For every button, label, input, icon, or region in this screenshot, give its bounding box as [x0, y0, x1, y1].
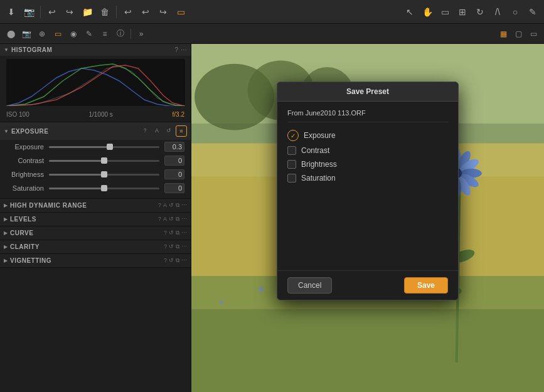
hdr-m-icon[interactable]: ⋯ [181, 202, 187, 209]
contrast-track[interactable] [49, 160, 159, 162]
cursor-icon[interactable]: ↖ [402, 4, 417, 19]
levels-copy-icon[interactable]: ⧉ [176, 216, 179, 223]
tool-icon-1[interactable]: ⬤ [4, 27, 18, 41]
shutter-value: 1/1000 s [88, 111, 112, 118]
curve-copy-icon[interactable]: ⧉ [176, 230, 179, 236]
redo-icon[interactable]: ↪ [62, 4, 77, 19]
hand-icon[interactable]: ✋ [420, 4, 435, 19]
folder-icon[interactable]: 📁 [80, 4, 95, 19]
levels-a-icon[interactable]: A [163, 216, 167, 223]
rect-icon[interactable]: ▭ [437, 4, 452, 19]
clarity-title: CLARITY [10, 243, 164, 250]
contrast-checkbox[interactable] [287, 146, 296, 155]
hdr-q-icon[interactable]: ? [158, 202, 161, 209]
saturation-thumb[interactable] [101, 185, 107, 191]
saturation-slider-row: Saturation 0 [0, 181, 191, 198]
question-icon[interactable]: ? [174, 46, 178, 53]
tool-icon-7[interactable]: ≡ [98, 27, 112, 41]
download-icon[interactable]: ⬇ [4, 4, 19, 19]
hdr-a-icon[interactable]: A [163, 202, 167, 209]
tool-icon-2[interactable]: 📷 [19, 27, 33, 41]
saturation-value: 0 [164, 183, 184, 193]
exposure-fill [49, 146, 110, 148]
exposure-slider-row: Exposure 0.3 [0, 140, 191, 154]
tool-icon-3[interactable]: ⊕ [35, 27, 49, 41]
menu-icon[interactable]: ⋯ [181, 46, 187, 53]
brightness-thumb[interactable] [101, 171, 107, 177]
pen-icon[interactable]: ✎ [525, 4, 540, 19]
dual-view-icon[interactable]: ▭ [526, 27, 540, 41]
tool-icon-8[interactable]: ⓘ [114, 27, 127, 41]
curve-m-icon[interactable]: ⋯ [181, 230, 187, 236]
tool-icon-4[interactable]: ▭ [51, 27, 65, 41]
clarity-q-icon[interactable]: ? [164, 243, 167, 250]
vignetting-q-icon[interactable]: ? [164, 257, 167, 264]
curve-header[interactable]: ▶ CURVE ? ↺ ⧉ ⋯ [0, 226, 191, 240]
vignetting-r-icon[interactable]: ↺ [169, 257, 174, 264]
vignetting-copy-icon[interactable]: ⧉ [176, 257, 179, 264]
circle-icon[interactable]: ○ [508, 4, 523, 19]
exposure-thumb[interactable] [107, 144, 113, 150]
undo-icon[interactable]: ↩ [45, 4, 60, 19]
clarity-r-icon[interactable]: ↺ [169, 243, 174, 250]
curve-q-icon[interactable]: ? [164, 230, 167, 236]
saturation-checkbox[interactable] [287, 174, 296, 183]
forward-icon[interactable]: ↪ [156, 4, 171, 19]
rotate-icon[interactable]: ↻ [472, 4, 488, 19]
vignetting-header[interactable]: ▶ VIGNETTING ? ↺ ⧉ ⋯ [0, 254, 191, 267]
delete-icon[interactable]: 🗑 [97, 4, 112, 19]
tool-icon-5[interactable]: ◉ [67, 27, 80, 41]
levels-m-icon[interactable]: ⋯ [181, 216, 187, 223]
exp-question-icon[interactable]: ? [140, 125, 150, 135]
curve-r-icon[interactable]: ↺ [169, 230, 174, 236]
more-icon[interactable]: » [134, 27, 148, 41]
camera-icon[interactable]: 📷 [21, 4, 36, 19]
film-icon[interactable]: ▭ [173, 4, 188, 19]
levels-header[interactable]: ▶ LEVELS ? A ↺ ⧉ ⋯ [0, 213, 191, 226]
curve-section: ▶ CURVE ? ↺ ⧉ ⋯ [0, 226, 191, 240]
photo-area: Save Preset From June2010 113.ORF ✓ Expo… [191, 44, 544, 392]
histogram-header[interactable]: ▼ HISTOGRAM ? ⋯ [0, 44, 191, 56]
contrast-thumb[interactable] [101, 157, 107, 164]
exposure-track[interactable] [49, 146, 159, 148]
brightness-checkbox[interactable] [287, 160, 296, 169]
clarity-m-icon[interactable]: ⋯ [181, 243, 187, 250]
single-view-icon[interactable]: ▢ [511, 27, 525, 41]
contrast-checkbox-label: Contrast [301, 146, 329, 155]
modal-filename: From June2010 113.ORF [287, 109, 448, 122]
exp-auto-icon[interactable]: A [152, 125, 162, 135]
back-icon[interactable]: ↩ [120, 4, 136, 19]
brightness-track[interactable] [49, 174, 159, 176]
gradient-icon[interactable]: /\ [490, 4, 505, 19]
cancel-button[interactable]: Cancel [287, 277, 332, 294]
exposure-header[interactable]: ▼ EXPOSURE ? A ↺ ≡ [0, 122, 191, 140]
exp-reset-icon[interactable]: ↺ [164, 125, 174, 135]
levels-r-icon[interactable]: ↺ [169, 216, 174, 223]
exposure-section: ▼ EXPOSURE ? A ↺ ≡ Exposure 0.3 Contrast [0, 122, 191, 199]
histogram-section: ▼ HISTOGRAM ? ⋯ [0, 44, 191, 122]
modal-spacer [287, 188, 448, 263]
hdr-copy-icon[interactable]: ⧉ [176, 202, 179, 209]
tool-icon-6[interactable]: ✎ [82, 27, 96, 41]
brightness-checkbox-label: Brightness [301, 160, 337, 169]
brightness-value: 0 [164, 169, 184, 179]
save-button[interactable]: Save [404, 277, 448, 294]
saturation-track[interactable] [49, 188, 159, 189]
crop-icon[interactable]: ⊞ [455, 4, 470, 19]
curve-arrow: ▶ [4, 230, 8, 236]
hdr-r-icon[interactable]: ↺ [169, 202, 174, 209]
checkbox-row-brightness: Brightness [287, 160, 448, 169]
exp-menu-icon[interactable]: ≡ [176, 125, 187, 137]
modal-overlay: Save Preset From June2010 113.ORF ✓ Expo… [191, 44, 544, 392]
exposure-checkbox-circle[interactable]: ✓ [287, 130, 299, 141]
clarity-copy-icon[interactable]: ⧉ [176, 243, 179, 250]
clarity-header[interactable]: ▶ CLARITY ? ↺ ⧉ ⋯ [0, 240, 191, 253]
levels-q-icon[interactable]: ? [158, 216, 161, 223]
vignetting-section: ▶ VIGNETTING ? ↺ ⧉ ⋯ [0, 254, 191, 268]
back2-icon[interactable]: ↩ [138, 4, 153, 19]
separator [40, 6, 41, 18]
levels-arrow: ▶ [4, 216, 8, 222]
vignetting-m-icon[interactable]: ⋯ [181, 257, 187, 264]
hdr-header[interactable]: ▶ HIGH DYNAMIC RANGE ? A ↺ ⧉ ⋯ [0, 199, 191, 212]
grid-view-icon[interactable]: ▦ [496, 27, 510, 41]
